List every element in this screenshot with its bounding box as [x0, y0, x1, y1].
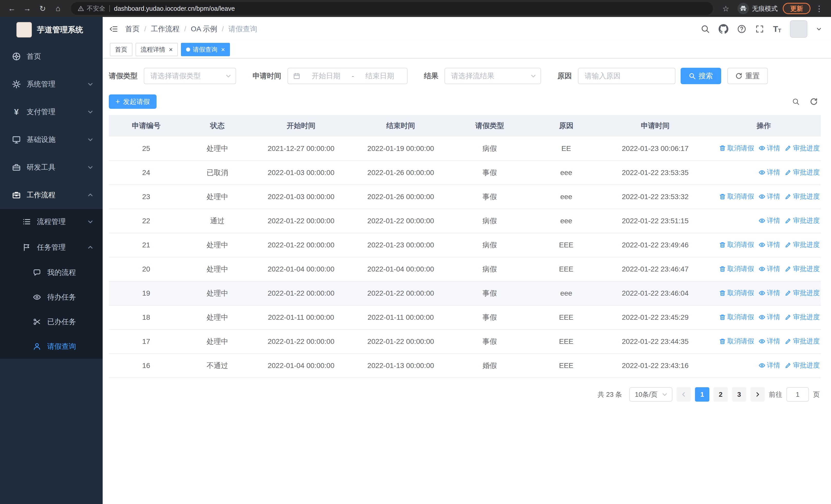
github-icon[interactable] — [719, 24, 728, 34]
detail-link[interactable]: 详情 — [758, 144, 780, 153]
detail-link[interactable]: 详情 — [758, 264, 780, 273]
detail-link[interactable]: 详情 — [758, 313, 780, 322]
reason-input-wrap[interactable] — [578, 68, 676, 84]
detail-link[interactable]: 详情 — [758, 289, 780, 297]
fullscreen-icon[interactable] — [755, 24, 764, 34]
cancel-leave-link[interactable]: 取消请假 — [719, 289, 754, 297]
leave-type-select-input[interactable] — [150, 72, 223, 80]
result-select-input[interactable] — [451, 72, 528, 80]
cancel-leave-link[interactable]: 取消请假 — [719, 313, 754, 322]
cancel-leave-link[interactable]: 取消请假 — [719, 144, 754, 153]
yen-icon: ¥ — [11, 107, 22, 117]
tab-process-detail[interactable]: 流程详情 × — [136, 43, 178, 56]
page-button-3[interactable]: 3 — [732, 387, 746, 402]
sidebar-item-infrastructure[interactable]: 基础设施 — [0, 126, 103, 153]
trash-icon — [719, 241, 726, 248]
refresh-table-icon[interactable] — [810, 98, 818, 106]
tab-home[interactable]: 首页 — [110, 43, 133, 56]
goto-label: 前往 — [769, 390, 782, 399]
page-size-select[interactable]: 10条/页 — [629, 387, 672, 402]
detail-link[interactable]: 详情 — [758, 168, 780, 177]
sidebar-item-process-management[interactable]: 流程管理 — [0, 209, 103, 235]
apply-time-range-picker[interactable]: - — [287, 68, 407, 84]
toggle-search-icon[interactable] — [792, 98, 800, 106]
sidebar-item-workflow[interactable]: 工作流程 — [0, 181, 103, 209]
forward-icon[interactable]: → — [21, 2, 34, 15]
cell-start-time: 2022-01-22 00:00:00 — [251, 233, 351, 257]
chevron-up-icon — [87, 244, 93, 250]
cancel-leave-link[interactable]: 取消请假 — [719, 192, 754, 201]
sidebar-item-done-tasks[interactable]: 已办任务 — [0, 309, 103, 334]
close-icon[interactable]: × — [221, 46, 225, 53]
address-bar[interactable]: 不安全 dashboard.yudao.iocoder.cn/bpm/oa/le… — [71, 2, 713, 15]
end-date-input[interactable] — [357, 72, 402, 80]
leave-type-label: 请假类型 — [109, 71, 138, 81]
trash-icon — [719, 290, 726, 296]
breadcrumb-item[interactable]: 工作流程 — [151, 24, 180, 34]
table-row: 16不通过2022-01-04 00:00:002022-01-13 00:00… — [109, 354, 821, 378]
reason-input[interactable] — [584, 72, 669, 80]
browser-update-button[interactable]: 更新 — [783, 3, 810, 14]
browser-menu-icon[interactable]: ⋮ — [812, 2, 826, 15]
next-page-button[interactable] — [750, 387, 765, 402]
incognito-icon — [738, 3, 749, 14]
detail-link[interactable]: 详情 — [758, 240, 780, 249]
security-warning[interactable]: 不安全 — [78, 4, 105, 12]
avatar-caret-icon[interactable] — [816, 26, 822, 32]
app-logo[interactable]: 芋道管理系统 — [0, 17, 103, 42]
goto-page-input[interactable] — [786, 387, 809, 402]
cell-apply-time: 2022-01-22 23:53:32 — [604, 185, 707, 209]
sidebar-item-pending-tasks[interactable]: 待办任务 — [0, 285, 103, 309]
approval-progress-link[interactable]: 审批进度 — [785, 313, 820, 322]
page-button-2[interactable]: 2 — [713, 387, 728, 402]
sidebar-item-my-processes[interactable]: 我的流程 — [0, 260, 103, 285]
search-icon — [689, 72, 695, 79]
approval-progress-link[interactable]: 审批进度 — [785, 289, 820, 297]
back-icon[interactable]: ← — [5, 2, 19, 15]
approval-progress-link[interactable]: 审批进度 — [785, 192, 820, 201]
breadcrumb-item[interactable]: OA 示例 — [191, 24, 218, 34]
sidebar-item-leave-query[interactable]: 请假查询 — [0, 334, 103, 359]
cancel-leave-link[interactable]: 取消请假 — [719, 240, 754, 249]
approval-progress-link[interactable]: 审批进度 — [785, 144, 820, 153]
search-button[interactable]: 搜索 — [681, 68, 721, 84]
cancel-leave-link[interactable]: 取消请假 — [719, 337, 754, 346]
font-size-icon[interactable]: TT — [773, 25, 781, 33]
approval-progress-link[interactable]: 审批进度 — [785, 264, 820, 273]
page-button-1[interactable]: 1 — [695, 387, 709, 402]
detail-link[interactable]: 详情 — [758, 361, 780, 370]
sidebar-fold-icon[interactable] — [109, 24, 118, 34]
cell-reason: EEE — [529, 305, 604, 329]
home-icon[interactable]: ⌂ — [51, 2, 65, 15]
tab-leave-query[interactable]: 请假查询 × — [181, 43, 230, 56]
detail-link[interactable]: 详情 — [758, 337, 780, 346]
help-icon[interactable] — [737, 24, 746, 34]
create-leave-button[interactable]: + 发起请假 — [109, 94, 156, 109]
leave-type-select[interactable] — [144, 68, 236, 84]
sidebar-item-home[interactable]: 首页 — [0, 42, 103, 70]
detail-link[interactable]: 详情 — [758, 216, 780, 225]
start-date-input[interactable] — [304, 72, 348, 80]
sidebar-item-payment-management[interactable]: ¥ 支付管理 — [0, 98, 103, 126]
breadcrumb-item[interactable]: 首页 — [125, 24, 140, 34]
cancel-leave-link[interactable]: 取消请假 — [719, 264, 754, 273]
cell-end-time: 2022-01-19 00:00:00 — [351, 137, 450, 161]
approval-progress-link[interactable]: 审批进度 — [785, 168, 820, 177]
result-select[interactable] — [445, 68, 541, 84]
approval-progress-link[interactable]: 审批进度 — [785, 240, 820, 249]
bookmark-star-icon[interactable]: ☆ — [719, 2, 733, 15]
close-icon[interactable]: × — [169, 46, 173, 53]
search-icon[interactable] — [700, 24, 710, 34]
reset-button[interactable]: 重置 — [727, 68, 768, 84]
sidebar-item-system-management[interactable]: 系统管理 — [0, 70, 103, 98]
reload-icon[interactable]: ↻ — [36, 2, 49, 15]
approval-progress-link[interactable]: 审批进度 — [785, 216, 820, 225]
tag-bar: 首页 流程详情 × 请假查询 × — [103, 41, 831, 59]
approval-progress-link[interactable]: 审批进度 — [785, 361, 820, 370]
detail-link[interactable]: 详情 — [758, 192, 780, 201]
sidebar-item-task-management[interactable]: 任务管理 — [0, 235, 103, 260]
user-avatar[interactable] — [790, 20, 807, 38]
prev-page-button[interactable] — [677, 387, 691, 402]
sidebar-item-dev-tools[interactable]: 研发工具 — [0, 153, 103, 181]
approval-progress-link[interactable]: 审批进度 — [785, 337, 820, 346]
